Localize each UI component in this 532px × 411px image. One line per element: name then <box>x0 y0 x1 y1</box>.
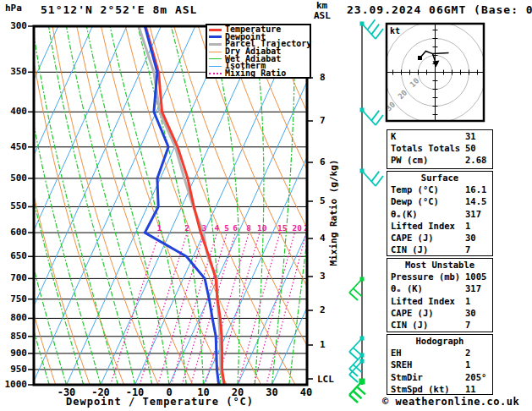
row-label: CIN (J) <box>391 244 428 255</box>
km-label-3: 3 <box>320 271 326 282</box>
pressure-gridlines <box>34 72 307 370</box>
dry-adiabat-340 <box>222 26 398 385</box>
wind-barb-feather <box>349 352 358 359</box>
legend-swatch <box>209 58 222 59</box>
dry-adiabat-290 <box>101 26 228 385</box>
pressure-label-450: 450 <box>2 141 27 152</box>
km-label-1: 1 <box>320 339 326 350</box>
table-title-hodograph-stats: Hodograph <box>387 335 492 347</box>
legend-swatch <box>209 73 222 74</box>
pressure-axis-unit: hPa <box>5 3 22 14</box>
row-value: 30 <box>465 307 476 319</box>
wind-barb-feather <box>349 395 358 403</box>
row-label: EH <box>391 348 402 358</box>
table-row: CIN (J)7 <box>387 319 492 331</box>
hodo-trace-start-marker <box>418 56 422 60</box>
km-label-7: 7 <box>320 115 326 126</box>
row-value: 205° <box>465 371 486 383</box>
wind-barb-feather <box>376 29 383 39</box>
row-label: CAPE (J) <box>391 308 434 318</box>
row-label: θₑ(K) <box>391 209 418 219</box>
pressure-label-700: 700 <box>2 272 27 283</box>
row-value: 7 <box>465 244 470 255</box>
mixing-ratio-label-10: 10 <box>257 223 267 233</box>
row-value: 30 <box>465 232 476 244</box>
table-row: Lifted Index1 <box>387 295 492 307</box>
row-value: 7 <box>465 319 470 331</box>
hodograph-unit-label: kt <box>390 26 400 36</box>
row-label: Dewp (°C) <box>391 196 439 206</box>
wind-barb-shaft <box>349 361 362 375</box>
row-value: 1 <box>465 359 470 370</box>
table-title-surface: Surface <box>387 172 492 184</box>
table-surface: SurfaceTemp (°C)16.1Dewp (°C)14.5θₑ(K)31… <box>387 171 493 256</box>
wind-barb-feather <box>371 25 379 35</box>
pressure-label-800: 800 <box>2 312 27 323</box>
mixing-ratio-label-6: 6 <box>233 223 238 233</box>
wind-barb-feather <box>354 391 362 398</box>
table-row: StmDir205° <box>387 371 492 383</box>
row-value: 2.68 <box>465 154 486 166</box>
pressure-label-900: 900 <box>2 348 27 359</box>
row-value: 1 <box>465 295 470 307</box>
row-label: Totals Totals <box>391 143 460 153</box>
temp-label-30: 30 <box>258 386 287 398</box>
legend-swatch <box>209 66 222 67</box>
mixing-ratio-label-3: 3 <box>202 223 207 233</box>
isotherm--30 <box>67 26 230 385</box>
wind-barb-feather <box>376 176 383 186</box>
table-row: Totals Totals50 <box>387 142 492 154</box>
row-label: K <box>391 131 396 141</box>
pressure-label-650: 650 <box>2 250 27 261</box>
km-label-2: 2 <box>320 304 326 315</box>
wind-barb-feather <box>371 111 379 121</box>
pressure-label-950: 950 <box>2 364 27 375</box>
legend-swatch <box>209 43 222 46</box>
table-row: EH2 <box>387 347 492 359</box>
wind-barb-feather <box>371 172 379 182</box>
legend-swatch <box>209 36 222 38</box>
legend-swatch <box>209 52 222 52</box>
pressure-label-300: 300 <box>2 20 27 31</box>
wind-barb-0 <box>360 19 384 39</box>
table-row: Temp (°C)16.1 <box>387 184 492 195</box>
dry-adiabat-260 <box>28 26 123 385</box>
row-label: Lifted Index <box>391 296 455 306</box>
pressure-label-350: 350 <box>2 66 27 77</box>
row-value: 31 <box>465 130 476 142</box>
datetime-title: 23.09.2024 06GMT (Base: 00) <box>347 3 532 16</box>
row-value: 1005 <box>465 271 486 282</box>
row-label: Lifted Index <box>391 221 455 231</box>
station-title: 51°12'N 2°52'E 8m ASL <box>41 3 197 16</box>
table-row: K31 <box>387 130 492 142</box>
pressure-label-850: 850 <box>2 331 27 342</box>
table-row: StmSpd (kt)11 <box>387 383 492 395</box>
table-row: Dewp (°C)14.5 <box>387 195 492 207</box>
table-row: CAPE (J)30 <box>387 232 492 244</box>
wind-barb-feather <box>367 19 375 30</box>
row-label: θₑ (K) <box>391 283 423 293</box>
hodo-ring-label-10: 10 <box>409 76 421 89</box>
legend-box: TemperatureDewpointParcel TrajectoryDry … <box>206 24 311 79</box>
mixing-ratio-line-6 <box>191 233 236 385</box>
table-row: SREH1 <box>387 359 492 370</box>
mixing-ratio-label-5: 5 <box>224 223 229 233</box>
mixing-ratio-label-15: 15 <box>277 223 288 233</box>
wind-barb-2 <box>360 169 384 187</box>
table-row: θₑ(K)317 <box>387 208 492 220</box>
pressure-label-750: 750 <box>2 293 27 304</box>
table-hodograph-stats: HodographEH2SREH1StmDir205°StmSpd (kt)11 <box>387 334 493 395</box>
lcl-label: LCL <box>317 374 334 385</box>
wind-barb-feather <box>376 115 383 125</box>
row-value: 50 <box>465 142 476 154</box>
asl-label: ASL <box>314 10 331 21</box>
pressure-label-400: 400 <box>2 106 27 117</box>
pressure-label-600: 600 <box>2 227 27 238</box>
row-value: 11 <box>465 383 476 395</box>
hodograph-plot: 102030 <box>384 22 485 123</box>
wind-barb-feather <box>357 386 365 394</box>
row-label: SREH <box>391 359 412 370</box>
wet-adiabat-15 <box>171 26 220 385</box>
legend-label: Mixing Ratio <box>225 70 286 77</box>
table-indices: K31Totals Totals50PW (cm)2.68 <box>387 129 493 169</box>
